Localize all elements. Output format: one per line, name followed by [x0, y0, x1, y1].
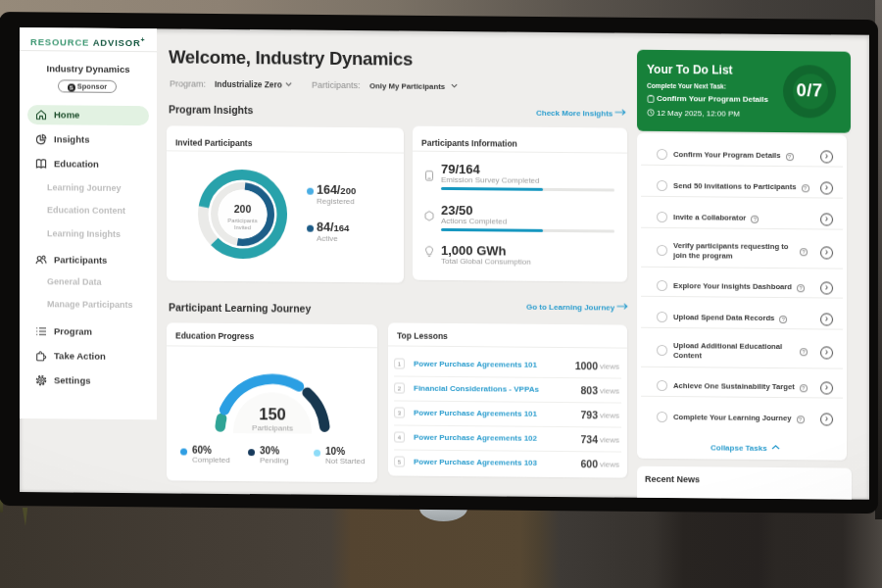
svg-text:Participants: Participants [252, 423, 293, 432]
svg-text:200: 200 [234, 203, 252, 215]
svg-text:Invited: Invited [234, 224, 251, 230]
svg-text:150: 150 [259, 405, 286, 422]
svg-text:Participants: Participants [227, 218, 257, 223]
